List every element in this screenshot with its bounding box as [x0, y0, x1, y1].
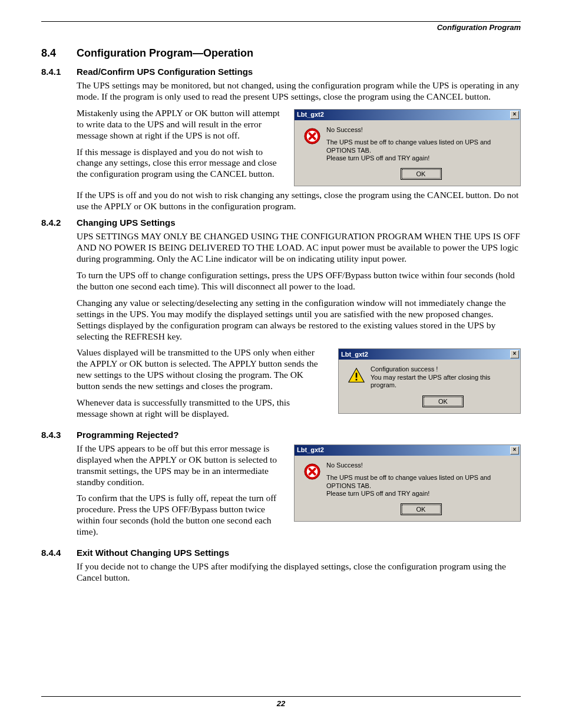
dialog-titlebar: Lbt_gxt2 ×	[295, 445, 520, 456]
heading-8-4-1: 8.4.1 Read/Confirm UPS Configuration Set…	[41, 67, 521, 77]
dialog-text: The UPS must be off to change values lis…	[326, 474, 514, 490]
dialog-text: The UPS must be off to change values lis…	[326, 139, 514, 154]
running-header: Configuration Program	[41, 23, 521, 32]
heading-8-4-4: 8.4.4 Exit Without Changing UPS Settings	[41, 548, 521, 558]
ok-button[interactable]: OK	[422, 396, 464, 407]
heading-title: Exit Without Changing UPS Settings	[77, 548, 521, 558]
paragraph: The UPS settings may be monitored, but n…	[77, 80, 521, 103]
page-number: 22	[41, 699, 521, 708]
page-footer: 22	[41, 696, 521, 708]
dialog-titlebar: Lbt_gxt2 ×	[339, 349, 520, 360]
heading-number: 8.4.2	[41, 218, 77, 228]
heading-number: 8.4.3	[41, 430, 77, 440]
paragraph: If you decide not to change the UPS afte…	[77, 561, 521, 584]
dialog-title: Lbt_gxt2	[297, 446, 510, 454]
header-rule	[41, 21, 521, 22]
heading-number: 8.4	[41, 47, 77, 60]
error-icon	[303, 127, 321, 145]
paragraph: To turn the UPS off to change configurat…	[77, 270, 521, 292]
dialog-text: No Success!	[326, 462, 514, 469]
paragraph: UPS SETTINGS MAY ONLY BE CHANGED USING T…	[77, 231, 521, 265]
heading-title: Changing UPS Settings	[77, 218, 521, 228]
dialog-title: Lbt_gxt2	[297, 111, 510, 118]
ok-button[interactable]: OK	[401, 503, 442, 515]
close-icon[interactable]: ×	[510, 111, 519, 119]
dialog-text: Please turn UPS off and TRY again!	[326, 154, 514, 162]
heading-number: 8.4.1	[41, 67, 77, 77]
dialog-title: Lbt_gxt2	[341, 351, 510, 358]
paragraph: If the UPS is off and you do not wish to…	[77, 190, 521, 212]
svg-rect-3	[356, 379, 358, 381]
ok-button[interactable]: OK	[401, 168, 442, 180]
warning-icon	[348, 367, 365, 384]
heading-8-4-2: 8.4.2 Changing UPS Settings	[41, 218, 521, 228]
close-icon[interactable]: ×	[510, 350, 519, 358]
heading-8-4-3: 8.4.3 Programming Rejected?	[41, 430, 521, 440]
dialog-error-1: Lbt_gxt2 × No Success! The UPS must be o…	[294, 109, 521, 187]
dialog-text: No Success!	[326, 126, 514, 134]
heading-title: Programming Rejected?	[77, 430, 521, 440]
heading-8-4: 8.4 Configuration Program—Operation	[41, 47, 521, 60]
heading-title: Read/Confirm UPS Configuration Settings	[77, 67, 521, 77]
dialog-titlebar: Lbt_gxt2 ×	[295, 110, 520, 120]
dialog-text: Configuration success !	[371, 365, 514, 373]
close-icon[interactable]: ×	[510, 446, 519, 454]
heading-number: 8.4.4	[41, 548, 77, 558]
heading-title: Configuration Program—Operation	[77, 47, 521, 60]
dialog-text: You may restart the UPS after closing th…	[371, 374, 514, 390]
dialog-error-2: Lbt_gxt2 × No Success! The UPS must be o…	[294, 444, 521, 522]
dialog-success: Lbt_gxt2 × Configuration success ! You m…	[338, 348, 521, 413]
error-icon	[303, 463, 321, 480]
dialog-text: Please turn UPS off and TRY again!	[326, 490, 514, 498]
paragraph: Changing any value or selecting/deselect…	[77, 298, 521, 342]
footer-rule	[41, 696, 521, 697]
svg-rect-2	[356, 373, 358, 378]
